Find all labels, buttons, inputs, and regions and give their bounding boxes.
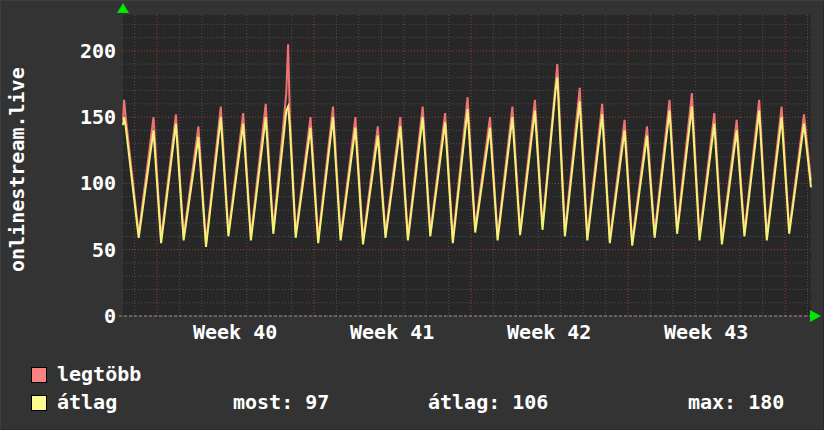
y-axis-arrow-icon: [117, 3, 129, 13]
legend-swatch-atlag: [31, 395, 47, 411]
stat-max: max: 180: [688, 391, 784, 413]
x-tick-label: Week 41: [322, 321, 462, 343]
stat-atlag: átlag: 106: [428, 391, 548, 413]
legend-swatch-legtobb: [31, 367, 47, 383]
rrd-graph: onlinestream.live 050100150200Week 40Wee…: [0, 0, 824, 430]
x-tick-label: Week 40: [165, 321, 305, 343]
y-tick-label: 150: [34, 106, 116, 128]
y-tick-label: 200: [34, 40, 116, 62]
legend-row-atlag: átlag: [31, 394, 117, 411]
x-tick-label: Week 42: [479, 321, 619, 343]
x-tick-label: Week 43: [636, 321, 776, 343]
legend-label-legtobb: legtöbb: [57, 366, 141, 383]
y-tick-label: 0: [34, 305, 116, 327]
vertical-axis-title: onlinestream.live: [4, 46, 30, 294]
legend-row-legtobb: legtöbb: [31, 366, 141, 383]
x-axis-arrow-icon: [810, 310, 821, 322]
y-tick-label: 50: [34, 239, 116, 261]
stat-most: most: 97: [233, 391, 329, 413]
y-tick-label: 100: [34, 172, 116, 194]
legend-label-atlag: átlag: [57, 394, 117, 411]
